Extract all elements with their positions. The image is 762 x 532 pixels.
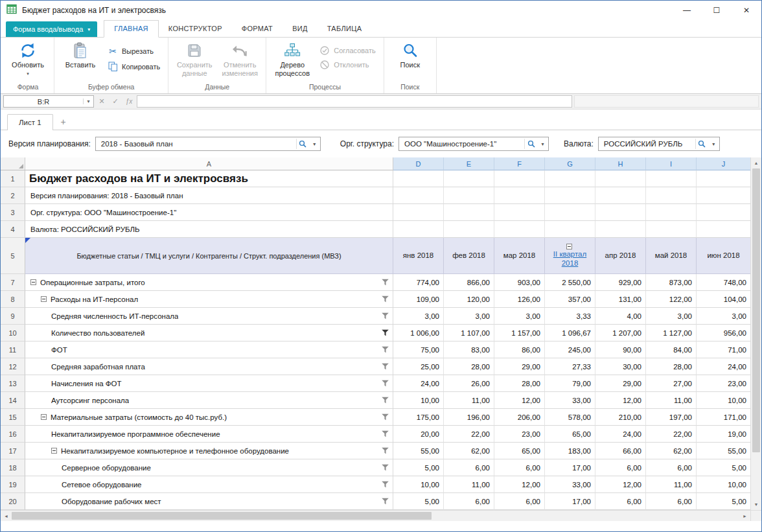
value-cell[interactable]: 6,00 [595, 493, 646, 510]
value-cell[interactable]: 65,00 [494, 443, 545, 459]
filter-icon[interactable] [382, 464, 389, 471]
value-cell[interactable]: 3,00 [393, 308, 444, 325]
empty-cell[interactable] [697, 170, 750, 187]
item-cell[interactable]: Некапитализируемое компьютерное и телефо… [25, 443, 393, 459]
value-cell[interactable]: 24,00 [393, 375, 444, 392]
value-cell[interactable]: 929,00 [595, 274, 646, 291]
month-header-cell[interactable]: апр 2018 [595, 238, 646, 274]
value-cell[interactable]: 10,00 [393, 392, 444, 409]
value-cell[interactable]: 10,00 [697, 476, 750, 493]
value-cell[interactable]: 12,00 [494, 392, 545, 409]
value-cell[interactable]: 131,00 [595, 291, 646, 308]
empty-cell[interactable] [444, 170, 494, 187]
empty-cell[interactable] [595, 170, 646, 187]
refresh-button[interactable]: Обновить ▾ [5, 39, 51, 78]
filter-icon[interactable] [382, 397, 389, 404]
item-cell[interactable]: ФОТ [25, 341, 393, 358]
empty-cell[interactable] [393, 204, 444, 221]
item-cell[interactable]: Начисления на ФОТ [25, 375, 393, 392]
empty-cell[interactable] [494, 204, 545, 221]
filter-icon[interactable] [382, 346, 389, 353]
org-filter-combo[interactable]: ООО "Машиностроение-1" ▾ [398, 137, 549, 151]
value-cell[interactable]: 6,00 [494, 459, 545, 476]
empty-cell[interactable] [646, 204, 697, 221]
row-header-1[interactable]: 1 [1, 170, 25, 187]
chevron-down-icon[interactable]: ▾ [537, 141, 548, 147]
value-cell[interactable]: 196,00 [444, 409, 494, 426]
value-cell[interactable]: 33,00 [545, 476, 595, 493]
value-cell[interactable]: 6,00 [595, 459, 646, 476]
value-cell[interactable]: 206,00 [494, 409, 545, 426]
empty-cell[interactable] [444, 221, 494, 238]
info-cell[interactable]: Версия планирования: 2018 - Базовый план [25, 187, 393, 204]
filter-icon[interactable] [382, 447, 389, 454]
tab-tablitsa[interactable]: ТАБЛИЦА [318, 21, 372, 37]
value-cell[interactable]: 6,00 [646, 493, 697, 510]
tab-glavnaya[interactable]: ГЛАВНАЯ [104, 20, 159, 38]
info-cell[interactable]: Бюджет расходов на ИТ и электросвязь [25, 170, 393, 187]
value-cell[interactable]: 27,00 [646, 375, 697, 392]
item-cell[interactable]: Сетевое оборудование [25, 476, 393, 493]
value-cell[interactable]: 3,00 [494, 308, 545, 325]
filter-icon[interactable] [382, 329, 389, 336]
value-cell[interactable]: 1 107,00 [444, 325, 494, 341]
column-header-g[interactable]: G [545, 157, 595, 170]
row-header-15[interactable]: 15 [1, 409, 25, 426]
row-header-18[interactable]: 18 [1, 459, 25, 476]
value-cell[interactable]: 27,33 [545, 358, 595, 375]
value-cell[interactable]: 1 096,67 [545, 325, 595, 341]
filter-icon[interactable] [382, 380, 389, 387]
item-cell[interactable]: Количество пользователей [25, 325, 393, 341]
value-cell[interactable]: 183,00 [545, 443, 595, 459]
value-cell[interactable]: 2 550,00 [545, 274, 595, 291]
value-cell[interactable]: 17,00 [545, 493, 595, 510]
minimize-button[interactable]: — [672, 1, 702, 20]
row-header-16[interactable]: 16 [1, 426, 25, 443]
item-cell[interactable]: Аутсорсинг персонала [25, 392, 393, 409]
value-cell[interactable]: 86,00 [494, 341, 545, 358]
value-cell[interactable]: 6,00 [646, 459, 697, 476]
column-header-h[interactable]: H [595, 157, 646, 170]
value-cell[interactable]: 956,00 [697, 325, 750, 341]
tab-konstruktor[interactable]: КОНСТРУКТОР [159, 21, 232, 37]
value-cell[interactable]: 33,00 [545, 392, 595, 409]
filter-icon[interactable] [382, 279, 389, 286]
vertical-scroll-thumb[interactable] [752, 168, 760, 452]
collapse-icon[interactable] [30, 279, 36, 285]
collapse-icon[interactable] [41, 296, 47, 302]
search-icon[interactable] [524, 139, 537, 149]
value-cell[interactable]: 109,00 [393, 291, 444, 308]
value-cell[interactable]: 11,00 [646, 392, 697, 409]
value-cell[interactable]: 3,00 [444, 308, 494, 325]
value-cell[interactable]: 23,00 [697, 375, 750, 392]
process-tree-button[interactable]: Дерево процессов [270, 39, 315, 79]
value-cell[interactable]: 1 157,00 [494, 325, 545, 341]
value-cell[interactable]: 66,00 [595, 443, 646, 459]
empty-cell[interactable] [646, 187, 697, 204]
value-cell[interactable]: 3,00 [646, 308, 697, 325]
search-button[interactable]: Поиск [387, 39, 433, 71]
cancel-entry-button[interactable]: ✕ [96, 96, 108, 108]
budget-items-header-cell[interactable]: Бюджетные статьи / ТМЦ и услуги / Контра… [25, 238, 393, 274]
empty-cell[interactable] [545, 204, 595, 221]
value-cell[interactable]: 197,00 [646, 409, 697, 426]
row-header-20[interactable]: 20 [1, 493, 25, 510]
value-cell[interactable]: 62,00 [444, 443, 494, 459]
value-cell[interactable]: 55,00 [393, 443, 444, 459]
cut-button[interactable]: ✂ Вырезать [103, 43, 165, 59]
value-cell[interactable]: 29,00 [595, 375, 646, 392]
item-cell[interactable]: Средняя заработная плата [25, 358, 393, 375]
value-cell[interactable]: 748,00 [697, 274, 750, 291]
value-cell[interactable]: 245,00 [545, 341, 595, 358]
value-cell[interactable]: 5,00 [393, 493, 444, 510]
row-header-3[interactable]: 3 [1, 204, 25, 221]
row-header-19[interactable]: 19 [1, 476, 25, 493]
value-cell[interactable]: 22,00 [444, 426, 494, 443]
maximize-button[interactable]: ☐ [702, 1, 732, 20]
insert-function-button[interactable]: ƒx [123, 96, 135, 108]
item-cell[interactable]: Материальные затраты (стоимость до 40 ты… [25, 409, 393, 426]
value-cell[interactable]: 25,00 [393, 358, 444, 375]
value-cell[interactable]: 903,00 [494, 274, 545, 291]
vertical-scrollbar[interactable]: ▲ ▼ [750, 157, 761, 521]
value-cell[interactable]: 10,00 [393, 476, 444, 493]
